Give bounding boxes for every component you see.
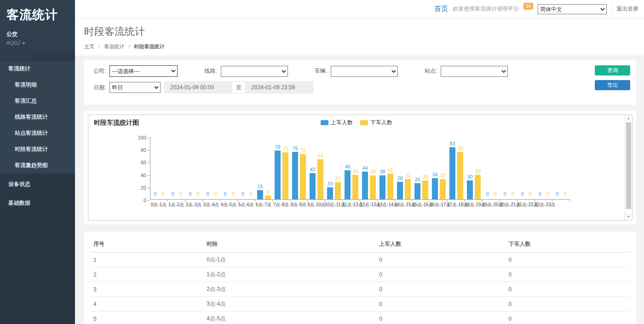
table-row[interactable]: 43点-4点00 <box>91 297 630 312</box>
bar[interactable] <box>335 182 341 199</box>
bar-column: 0 <box>510 191 516 199</box>
bar-column: 0 <box>502 191 508 199</box>
bar-column: 83 <box>449 141 455 199</box>
company-select[interactable]: ---请选择--- <box>109 65 178 77</box>
bar-value-label: 0 <box>224 191 226 197</box>
table-row[interactable]: 54点-5点00 <box>91 312 630 324</box>
bar-group: 00 <box>518 191 535 199</box>
bar[interactable] <box>300 154 306 199</box>
bar[interactable] <box>265 196 271 199</box>
home-link[interactable]: 首页 <box>434 5 448 13</box>
bar-column: 19 <box>327 181 333 199</box>
breadcrumb-home[interactable]: 主页 <box>84 44 94 49</box>
table-cell: 0 <box>376 312 506 324</box>
bar-group: 00 <box>483 191 500 199</box>
table-row[interactable]: 10点-1点00 <box>91 253 630 267</box>
breadcrumb-section[interactable]: 客流统计 <box>104 44 124 49</box>
notification-badge[interactable]: 34 <box>523 3 533 10</box>
y-tick-mark <box>148 175 150 176</box>
y-tick-mark <box>148 188 150 188</box>
sidebar-subitem[interactable]: 客流量趋势图 <box>0 157 75 174</box>
bar[interactable] <box>282 152 288 199</box>
bar[interactable] <box>432 178 438 199</box>
line-select[interactable] <box>221 66 288 77</box>
bar-value-label: 83 <box>449 141 455 146</box>
date-preset-select[interactable]: 昨日 <box>109 82 161 93</box>
bar[interactable] <box>387 174 393 199</box>
bar[interactable] <box>414 183 420 199</box>
x-tick-label: 0点-1点 <box>150 200 167 209</box>
scroll-down-icon[interactable]: ▼ <box>625 214 632 220</box>
bar-value-label: 15 <box>257 184 263 189</box>
bar-value-label: 0 <box>503 191 506 197</box>
sidebar-subitem[interactable]: 客流明细 <box>0 77 75 93</box>
table-cell: 0 <box>506 267 630 282</box>
scroll-up-icon[interactable]: ▲ <box>625 115 632 122</box>
bar[interactable] <box>457 152 463 199</box>
bar[interactable] <box>397 182 403 199</box>
bar[interactable] <box>405 179 411 199</box>
sidebar-subitem[interactable]: 客流汇总 <box>0 93 75 109</box>
table-row[interactable]: 21点-2点00 <box>91 267 630 282</box>
bar[interactable] <box>345 170 351 199</box>
x-tick-label: 18点-19点 <box>465 200 482 209</box>
bar[interactable] <box>362 172 368 199</box>
date-end-input[interactable] <box>245 81 313 93</box>
y-tick-mark <box>148 138 150 138</box>
language-select[interactable]: 简体中文 <box>538 4 607 14</box>
bar[interactable] <box>292 152 298 199</box>
sidebar-section-item[interactable]: 设备状态 <box>0 176 75 193</box>
topbar: 首页 欢迎使用客流统计管理平台 34 简体中文 退出登录 <box>75 0 644 18</box>
sidebar-subitem[interactable]: 时段客流统计 <box>0 141 75 157</box>
sidebar-item-passenger-stats[interactable]: 客流统计 <box>0 61 75 77</box>
filter-actions: 查询 导出 <box>595 65 630 90</box>
table-header-cell: 序号 <box>91 236 204 253</box>
table-row[interactable]: 32点-3点00 <box>91 282 630 297</box>
bar-column: 0 <box>484 191 490 199</box>
org-code-dropdown[interactable]: AQGJ ▼ <box>6 40 69 46</box>
bar[interactable] <box>310 173 316 199</box>
query-button[interactable]: 查询 <box>595 65 630 75</box>
bar-column: 75 <box>282 146 288 199</box>
bar[interactable] <box>370 175 376 199</box>
bar[interactable] <box>467 180 473 199</box>
bar-column: 38 <box>380 169 385 199</box>
bar[interactable] <box>440 179 446 199</box>
x-tick-label: 22点-23点 <box>535 200 552 209</box>
bar[interactable] <box>475 175 481 199</box>
bar[interactable] <box>317 159 323 199</box>
bar-column: 0 <box>230 191 236 199</box>
bar[interactable] <box>422 180 428 199</box>
bar[interactable] <box>449 147 455 199</box>
bar-group: 1927 <box>325 176 343 199</box>
bar-group: 00 <box>552 191 570 199</box>
x-tick-label: 3点-4点 <box>202 200 220 209</box>
bar[interactable] <box>327 187 333 199</box>
chart-area: 020406080100 000000000000156787576724264… <box>88 137 632 210</box>
bar[interactable] <box>352 175 358 199</box>
y-tick-label: 40 <box>134 173 146 178</box>
bar[interactable] <box>257 190 263 199</box>
x-tick-label: 5点-6点 <box>237 200 255 209</box>
bar-column: 32 <box>405 173 411 199</box>
sidebar-subitem[interactable]: 站点客流统计 <box>0 125 75 141</box>
breadcrumb-current: 时段客流统计 <box>134 44 164 49</box>
sidebar-subitem[interactable]: 线路客流统计 <box>0 109 75 125</box>
breadcrumb-separator: / <box>98 44 100 49</box>
scrollbar-thumb[interactable] <box>626 122 631 209</box>
x-tick-label: 13点-14点 <box>377 200 395 209</box>
logout-link[interactable]: 退出登录 <box>616 5 638 13</box>
table-cell: 1点-2点 <box>204 267 376 282</box>
bar[interactable] <box>380 175 385 199</box>
bar-column: 0 <box>160 191 166 199</box>
sidebar-section-item[interactable]: 基础数据 <box>0 195 75 212</box>
chart-scrollbar[interactable]: ▲ ▼ <box>625 115 632 220</box>
bar-group: 4438 <box>360 166 378 199</box>
bar-group: 2832 <box>395 173 413 199</box>
vehicle-select[interactable] <box>331 66 398 77</box>
bar[interactable] <box>275 150 281 199</box>
station-select[interactable] <box>441 66 508 77</box>
company-filter: 公司: ---请选择--- <box>93 65 178 77</box>
export-button[interactable]: 导出 <box>595 80 630 90</box>
date-start-input[interactable] <box>164 81 232 93</box>
